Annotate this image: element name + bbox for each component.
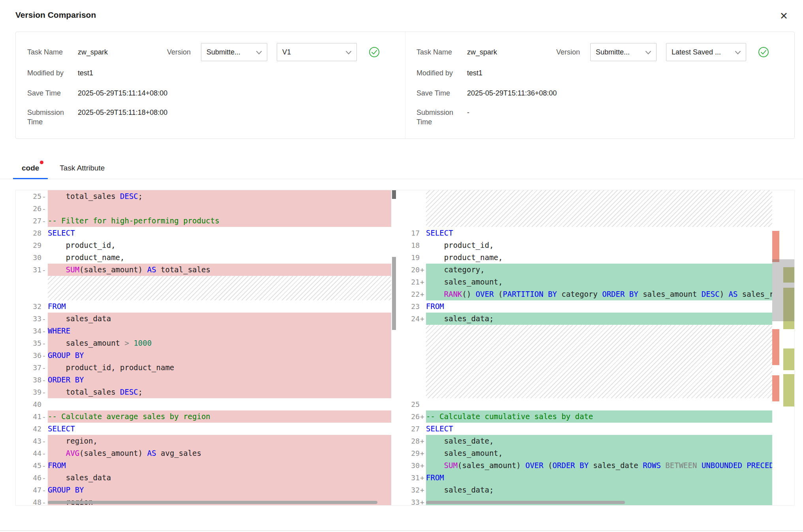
version-value-select[interactable]: Latest Saved ... <box>666 43 746 61</box>
code-line: -- Filter for high-performing products <box>48 215 397 227</box>
line-number-gutter: 25 <box>406 398 426 410</box>
line-number: 43 <box>16 435 41 447</box>
code-line: -- Calculate average sales by region <box>48 410 397 423</box>
line-number-gutter: 45- <box>16 459 48 472</box>
footer-divider <box>0 530 803 531</box>
version-info-panel-left: Task Name zw_spark Version Submitte... V… <box>16 32 405 139</box>
diff-row: 28SELECT <box>16 227 397 239</box>
diff-row: 17SELECT <box>406 227 794 239</box>
line-number: 19 <box>406 251 420 264</box>
line-number: 38 <box>16 374 41 386</box>
diff-sign: - <box>41 472 48 484</box>
diff-sign: - <box>41 459 48 472</box>
line-number-gutter: 22+ <box>406 288 426 300</box>
tab-code-label: code <box>22 164 39 172</box>
diff-sign: + <box>420 276 426 288</box>
line-number-gutter <box>16 276 48 300</box>
close-icon[interactable]: ✕ <box>780 11 788 21</box>
code-line: total_sales DESC; <box>48 190 397 202</box>
horizontal-scrollbar-thumb[interactable] <box>48 501 377 504</box>
line-number: 30 <box>406 459 420 472</box>
vertical-scrollbar-thumb[interactable] <box>392 257 396 330</box>
minimap-slider[interactable] <box>772 259 794 321</box>
diff-sign: - <box>41 202 48 215</box>
code-line: FROM <box>426 472 794 484</box>
tab-code[interactable]: code <box>13 157 48 179</box>
line-number: 20 <box>406 264 420 276</box>
version-label: Version <box>556 48 590 56</box>
line-number-gutter: 48- <box>16 496 48 505</box>
line-number-gutter: 47- <box>16 484 48 496</box>
version-type-select[interactable]: Submitte... <box>590 43 657 61</box>
diff-sign <box>420 300 426 313</box>
diff-sign: + <box>420 472 426 484</box>
diff-filler-row <box>16 276 397 300</box>
diff-sign <box>420 398 426 410</box>
diff-sign: - <box>41 374 48 386</box>
code-line: SELECT <box>426 423 794 435</box>
version-type-select[interactable]: Submitte... <box>201 43 267 61</box>
line-number: 21 <box>406 276 420 288</box>
diff-sign: + <box>420 313 426 325</box>
code-line: WHERE <box>48 325 397 337</box>
line-number: 35 <box>16 337 41 349</box>
code-line: sales_data <box>48 313 397 325</box>
code-line: product_id, <box>426 239 794 251</box>
line-number: 26 <box>406 410 420 423</box>
code-line: sales_data <box>48 472 397 484</box>
line-number-gutter <box>406 325 426 398</box>
submission-time-value: - <box>467 108 469 117</box>
code-line: GROUP BY <box>48 349 397 362</box>
code-line: SELECT <box>426 227 794 239</box>
horizontal-scrollbar-thumb[interactable] <box>426 501 625 504</box>
version-value: Latest Saved ... <box>672 48 721 56</box>
minimap-removed-mark <box>772 231 779 262</box>
chevron-down-icon <box>346 48 351 56</box>
line-number-gutter: 34- <box>16 325 48 337</box>
tab-task-attribute[interactable]: Task Attribute <box>51 157 113 179</box>
diff-row: 20+ category, <box>406 264 794 276</box>
modified-by-label: Modified by <box>27 68 78 78</box>
line-number-gutter: 20+ <box>406 264 426 276</box>
diff-sign <box>41 239 48 251</box>
diff-row: 28+ sales_date, <box>406 435 794 447</box>
diff-row: 38-ORDER BY <box>16 374 397 386</box>
line-number-gutter: 40 <box>16 398 48 410</box>
modified-by-value: test1 <box>78 68 93 78</box>
diff-sign <box>41 251 48 264</box>
code-line: GROUP BY <box>48 484 397 496</box>
line-number-gutter: 23 <box>406 300 426 313</box>
diff-sign: + <box>420 459 426 472</box>
minimap[interactable] <box>772 190 794 505</box>
line-number: 27 <box>16 215 41 227</box>
line-number: 34 <box>16 325 41 337</box>
diff-row: 27--- Filter for high-performing product… <box>16 215 397 227</box>
diff-row: 40 <box>16 398 397 410</box>
diff-right-pane: 17SELECT18 product_id,19 product_name,20… <box>406 190 794 505</box>
minimap-added-mark <box>783 374 794 406</box>
line-number: 25 <box>16 190 41 202</box>
line-number: 48 <box>16 496 41 505</box>
line-number: 33 <box>16 313 41 325</box>
diff-row: 41--- Calculate average sales by region <box>16 410 397 423</box>
line-number: 27 <box>406 423 420 435</box>
line-number: 29 <box>406 447 420 459</box>
diff-editor: 25- total_sales DESC;26-27--- Filter for… <box>15 190 795 506</box>
line-number: 39 <box>16 386 41 398</box>
diff-sign: - <box>41 362 48 374</box>
version-info-panel-right: Task Name zw_spark Version Submitte... L… <box>405 32 794 139</box>
diff-row: 47-GROUP BY <box>16 484 397 496</box>
vertical-scrollbar-track[interactable] <box>391 190 397 505</box>
diff-row: 22+ RANK() OVER (PARTITION BY category O… <box>406 288 794 300</box>
diff-row: 31- SUM(sales_amount) AS total_sales <box>16 264 397 276</box>
line-number: 28 <box>406 435 420 447</box>
diff-row: 34-WHERE <box>16 325 397 337</box>
line-number: 36 <box>16 349 41 362</box>
line-number-gutter: 25- <box>16 190 48 202</box>
submission-time-label: Submission Time <box>417 108 467 127</box>
diff-sign: - <box>41 325 48 337</box>
version-value-select[interactable]: V1 <box>277 43 357 61</box>
modified-by-value: test1 <box>467 68 482 78</box>
diff-row: 26- <box>16 202 397 215</box>
version-value: V1 <box>282 48 291 56</box>
